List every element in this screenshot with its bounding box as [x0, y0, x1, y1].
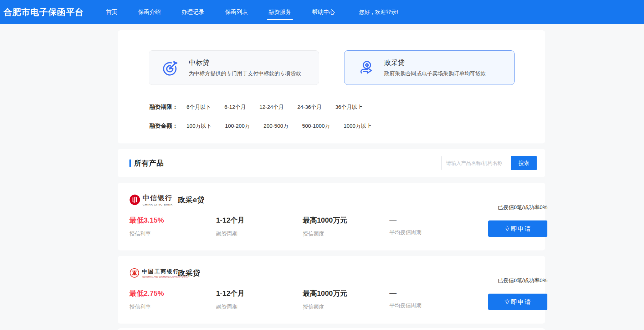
- product-head: 中国工商银行 INDUSTRIAL AND COMMERCIAL BANK OF…: [129, 265, 476, 281]
- loan-type-text: 中标贷 为中标方提供的专门用于支付中标款的专项贷款: [189, 58, 301, 77]
- stat-label-cycle: 平均授信周期: [389, 302, 476, 309]
- stat-cycle: — 平均授信周期: [389, 289, 476, 310]
- page-title: 所有产品: [134, 158, 164, 168]
- filter-option-term-4[interactable]: 24-36个月: [297, 104, 322, 111]
- stat-value-rate: 最低2.75%: [129, 289, 216, 298]
- product-name: 政采贷: [178, 268, 200, 278]
- stat-label-quota: 授信额度: [303, 230, 389, 237]
- stat-label-rate: 授信利率: [129, 304, 216, 310]
- bank-text: 中信银行 CHINA CITIC BANK: [143, 193, 173, 206]
- stat-rate: 最低3.15% 授信利率: [129, 215, 216, 237]
- stat-label-rate: 授信利率: [129, 230, 216, 237]
- nav-item-home[interactable]: 首页: [102, 0, 121, 24]
- stat-term: 1-12个月 融资周期: [216, 289, 303, 310]
- nav-item-guarantee-intro[interactable]: 保函介绍: [134, 0, 164, 24]
- stat-value-term: 1-12个月: [216, 289, 303, 298]
- filter-row-term: 融资期限： 6个月以下 6-12个月 12-24个月 24-36个月 36个月以…: [149, 103, 545, 111]
- nav-item-financing-active[interactable]: 融资服务: [265, 0, 295, 24]
- stat-label-cycle: 平均授信周期: [389, 229, 476, 236]
- stat-value-term: 1-12个月: [216, 215, 303, 225]
- stat-label-quota: 授信额度: [303, 304, 389, 310]
- stat-label-term: 融资周期: [216, 304, 303, 310]
- search-input[interactable]: [441, 156, 511, 170]
- filter-option-amount-2[interactable]: 100-200万: [225, 123, 250, 130]
- stat-quota: 最高1000万元 授信额度: [303, 289, 389, 310]
- product-head: 中信银行 CHINA CITIC BANK 政采e贷: [129, 192, 476, 208]
- filter-label-term: 融资期限：: [149, 103, 178, 111]
- filter-label-amount: 融资金额：: [149, 122, 178, 130]
- stat-value-quota: 最高1000万元: [303, 289, 389, 298]
- stat-term: 1-12个月 融资周期: [216, 215, 303, 237]
- nav-item-guarantee-list[interactable]: 保函列表: [221, 0, 251, 24]
- product-name: 政采e贷: [178, 195, 205, 205]
- filter-option-amount-1[interactable]: 100万以下: [186, 123, 211, 130]
- stat-value-cycle: —: [389, 289, 476, 297]
- bank-name-en: CHINA CITIC BANK: [143, 203, 173, 206]
- icbc-emblem-icon: [129, 268, 139, 278]
- product-stats: 最低3.15% 授信利率 1-12个月 融资周期 最高1000万元 授信额度 —…: [129, 215, 476, 237]
- hand-coin-icon: [358, 60, 374, 76]
- financing-filter-panel: 中标贷 为中标方提供的专门用于支付中标款的专项贷款 政采贷 政府采购合同或电子卖…: [118, 30, 545, 143]
- stat-label-term: 融资周期: [216, 230, 303, 237]
- products-section-header: 所有产品 搜索: [118, 149, 545, 177]
- filter-row-amount: 融资金额： 100万以下 100-200万 200-500万 500-1000万…: [149, 122, 545, 130]
- grant-summary: 已授信0笔/成功率0%: [498, 277, 547, 284]
- target-dart-icon: [163, 60, 179, 76]
- product-card-partial: [118, 328, 545, 330]
- top-nav: 合肥市电子保函平台 首页 保函介绍 办理记录 保函列表 融资服务 帮助中心 您好…: [0, 0, 644, 24]
- loan-type-card-bid-loan[interactable]: 中标贷 为中标方提供的专门用于支付中标款的专项贷款: [149, 50, 319, 85]
- filter-option-term-5[interactable]: 36个月以上: [335, 104, 363, 111]
- filter-option-term-3[interactable]: 12-24个月: [259, 104, 283, 111]
- filter-option-amount-4[interactable]: 500-1000万: [302, 123, 330, 130]
- bank-name: 中信银行: [143, 193, 173, 203]
- product-card-icbc: 中国工商银行 INDUSTRIAL AND COMMERCIAL BANK OF…: [118, 256, 545, 324]
- nav-item-records[interactable]: 办理记录: [178, 0, 208, 24]
- filter-option-amount-3[interactable]: 200-500万: [264, 123, 288, 130]
- search-button[interactable]: 搜索: [511, 156, 537, 170]
- product-info: 中国工商银行 INDUSTRIAL AND COMMERCIAL BANK OF…: [129, 265, 476, 324]
- product-actions: 已授信0笔/成功率0% 立即申请: [476, 265, 547, 324]
- loan-type-title: 中标贷: [189, 58, 301, 67]
- stat-rate: 最低2.75% 授信利率: [129, 289, 216, 310]
- loan-type-card-gov-procurement-loan[interactable]: 政采贷 政府采购合同或电子卖场采购订单均可贷款: [344, 50, 515, 85]
- product-actions: 已授信0笔/成功率0% 立即申请: [476, 192, 547, 250]
- filter-option-term-1[interactable]: 6个月以下: [186, 104, 211, 111]
- title-accent-bar: [129, 159, 131, 167]
- stat-value-quota: 最高1000万元: [303, 215, 389, 225]
- product-search: 搜索: [441, 156, 537, 170]
- nav-item-help-center[interactable]: 帮助中心: [308, 0, 338, 24]
- main-nav: 首页 保函介绍 办理记录 保函列表 融资服务 帮助中心: [102, 0, 352, 24]
- site-brand[interactable]: 合肥市电子保函平台: [4, 6, 84, 18]
- filter-option-term-2[interactable]: 6-12个月: [224, 104, 246, 111]
- login-greeting[interactable]: 您好，欢迎登录!: [359, 9, 398, 16]
- stat-value-cycle: —: [389, 215, 476, 224]
- section-title: 所有产品: [129, 158, 441, 168]
- citic-bank-logo: 中信银行 CHINA CITIC BANK: [129, 193, 171, 206]
- icbc-bank-logo: 中国工商银行 INDUSTRIAL AND COMMERCIAL BANK OF…: [129, 268, 171, 278]
- product-info: 中信银行 CHINA CITIC BANK 政采e贷 最低3.15% 授信利率 …: [129, 192, 476, 250]
- loan-type-title: 政采贷: [384, 58, 486, 67]
- grant-summary: 已授信0笔/成功率0%: [498, 204, 547, 211]
- stat-cycle: — 平均授信周期: [389, 215, 476, 237]
- page-container: 中标贷 为中标方提供的专门用于支付中标款的专项贷款 政采贷 政府采购合同或电子卖…: [118, 30, 545, 330]
- filters: 融资期限： 6个月以下 6-12个月 12-24个月 24-36个月 36个月以…: [149, 103, 545, 130]
- loan-type-desc: 为中标方提供的专门用于支付中标款的专项贷款: [189, 70, 301, 77]
- filter-option-amount-5[interactable]: 1000万以上: [344, 123, 372, 130]
- apply-now-button[interactable]: 立即申请: [488, 220, 547, 237]
- loan-type-selector: 中标贷 为中标方提供的专门用于支付中标款的专项贷款 政采贷 政府采购合同或电子卖…: [118, 50, 545, 85]
- product-card-citic: 中信银行 CHINA CITIC BANK 政采e贷 最低3.15% 授信利率 …: [118, 183, 545, 250]
- citic-emblem-icon: [129, 194, 140, 205]
- loan-type-desc: 政府采购合同或电子卖场采购订单均可贷款: [384, 70, 486, 77]
- loan-type-text: 政采贷 政府采购合同或电子卖场采购订单均可贷款: [384, 58, 486, 77]
- stat-quota: 最高1000万元 授信额度: [303, 215, 389, 237]
- apply-now-button[interactable]: 立即申请: [488, 294, 547, 310]
- stat-value-rate: 最低3.15%: [129, 215, 216, 225]
- product-stats: 最低2.75% 授信利率 1-12个月 融资周期 最高1000万元 授信额度 —…: [129, 289, 476, 310]
